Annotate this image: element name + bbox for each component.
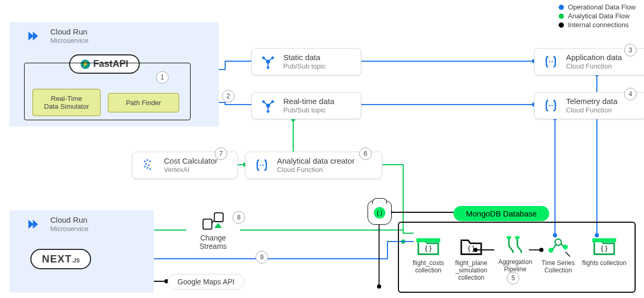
cloudrun-title: Cloud Run xyxy=(50,27,88,37)
anacreator-title: Analytical data creator xyxy=(277,156,354,166)
google-maps-pill: Google Maps API xyxy=(168,274,245,290)
svg-point-61 xyxy=(563,245,568,249)
svg-point-42 xyxy=(144,161,146,162)
path-finder-box: Path Finder xyxy=(108,93,179,112)
svg-text:{ }: { } xyxy=(601,244,608,252)
svg-point-39 xyxy=(551,61,553,63)
legend-dot-icon xyxy=(559,14,564,19)
changestreams-label: Change Streams xyxy=(186,234,240,250)
step-6: 6 xyxy=(359,147,372,160)
db-label: Time Series Collection xyxy=(535,259,581,274)
step-5: 5 xyxy=(507,272,519,284)
num: 3 xyxy=(629,47,632,54)
svg-point-41 xyxy=(551,105,553,107)
pathfinder-label: Path Finder xyxy=(126,99,161,107)
legend-label: Analytical Data Flow xyxy=(568,12,630,20)
svg-point-18 xyxy=(377,284,381,289)
nextjs-suffix: .JS xyxy=(72,258,80,263)
appdata-title: Application data xyxy=(566,53,622,62)
anacreator-sub: Cloud Function xyxy=(277,166,354,174)
svg-rect-53 xyxy=(214,213,223,222)
gmaps-label: Google Maps API xyxy=(177,278,235,286)
cloud-function-icon xyxy=(253,156,271,174)
cloud-function-icon xyxy=(542,97,560,114)
legend: Operational Data Flow Analytical Data Fl… xyxy=(559,3,636,30)
svg-point-45 xyxy=(145,163,147,165)
aggregation-pipeline-icon xyxy=(502,234,528,256)
svg-point-38 xyxy=(549,61,550,63)
svg-point-51 xyxy=(262,165,264,166)
svg-point-48 xyxy=(147,167,148,168)
realtime-simulator-box: Real-Time Data Simulator xyxy=(32,89,101,116)
mongodb-label-text: MongoDB Database xyxy=(466,209,537,218)
db-label: flights collection xyxy=(581,259,627,267)
svg-line-62 xyxy=(565,252,570,257)
svg-rect-54 xyxy=(416,238,440,243)
static-title: Static data xyxy=(283,53,326,62)
num: 1 xyxy=(161,74,164,81)
db-item-flights: { } flights collection xyxy=(581,235,627,267)
svg-rect-52 xyxy=(203,219,212,229)
db-label: flight_costs collection xyxy=(405,259,451,274)
realtime-title: Real-time data xyxy=(283,97,335,106)
db-label: flight_plane _simulation collection xyxy=(448,259,494,281)
realtime-data-node: Real-time dataPub/Sub topic xyxy=(251,92,361,119)
db-item-timeseries: Time Series Collection xyxy=(535,235,581,274)
legend-dot-icon xyxy=(559,22,564,28)
folder-icon: { } xyxy=(458,235,484,257)
pubsub-icon xyxy=(259,53,277,71)
folder-icon: { } xyxy=(415,235,441,257)
cloud-function-icon xyxy=(542,53,560,71)
num: 8 xyxy=(237,214,241,221)
step-4: 4 xyxy=(624,88,637,100)
change-streams-icon xyxy=(186,211,240,234)
costcalc-sub: VertexAI xyxy=(164,166,218,174)
cloud-run-icon xyxy=(26,215,44,233)
cloudrun-sub: Microservice xyxy=(50,37,88,45)
pubsub-icon xyxy=(259,97,277,114)
step-7: 7 xyxy=(215,147,227,160)
costcalc-title: Cost Calculator xyxy=(164,156,218,166)
step-1: 1 xyxy=(156,71,169,84)
rts-label: Real-Time Data Simulator xyxy=(44,95,89,110)
time-series-icon xyxy=(545,235,571,257)
svg-point-49 xyxy=(149,168,151,170)
num: 6 xyxy=(364,150,368,157)
diagram-canvas: Operational Data Flow Analytical Data Fl… xyxy=(0,0,644,298)
num: 4 xyxy=(629,90,632,98)
cloudrun2-title: Cloud Run xyxy=(50,215,88,225)
static-sub: Pub/Sub topic xyxy=(283,62,326,71)
svg-rect-57 xyxy=(507,236,511,239)
svg-point-43 xyxy=(147,159,148,161)
db-item-flightplane: { } flight_plane _simulation collection xyxy=(448,235,494,281)
mongodb-badge: { } xyxy=(368,201,392,225)
legend-label: Operational Data Flow xyxy=(568,3,636,11)
cloud-run-icon xyxy=(26,27,44,45)
step-9: 9 xyxy=(256,251,268,263)
nextjs-pill: NEXT.JS xyxy=(30,249,91,269)
cloudrun-node-1: Cloud RunMicroservice xyxy=(19,23,96,49)
svg-text:{ }: { } xyxy=(425,244,432,252)
svg-point-44 xyxy=(149,161,151,162)
num: 5 xyxy=(512,274,515,282)
svg-point-47 xyxy=(144,166,146,167)
realtime-sub: Pub/Sub topic xyxy=(283,106,335,114)
vertexai-icon xyxy=(140,156,158,174)
svg-point-40 xyxy=(549,105,550,107)
appdata-sub: Cloud Function xyxy=(566,62,622,71)
legend-label: Internal connections xyxy=(568,21,629,29)
db-item-aggpipe: Aggregation Pipeline xyxy=(492,234,538,273)
step-3: 3 xyxy=(624,44,637,56)
cloudrun-node-2: Cloud RunMicroservice xyxy=(19,211,96,237)
legend-dot-icon xyxy=(559,5,564,10)
db-label: Aggregation Pipeline xyxy=(492,258,538,273)
num: 7 xyxy=(219,150,223,157)
svg-text:{ }: { } xyxy=(468,244,475,252)
cloudrun2-sub: Microservice xyxy=(50,225,88,233)
mongodb-icon: { } xyxy=(374,207,385,219)
svg-rect-58 xyxy=(515,236,519,239)
svg-point-50 xyxy=(260,165,261,166)
num: 9 xyxy=(260,254,264,261)
folder-icon: { } xyxy=(591,235,617,257)
svg-point-46 xyxy=(148,164,149,166)
